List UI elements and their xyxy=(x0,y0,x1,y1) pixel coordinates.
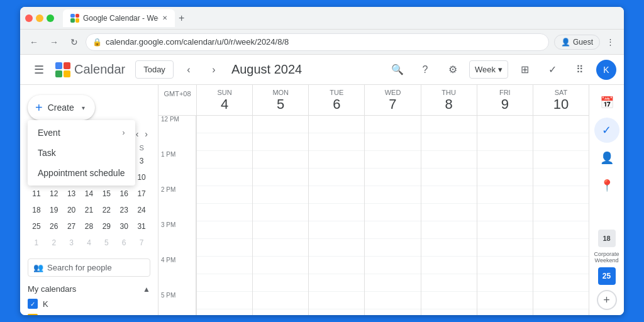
mini-cal-day[interactable]: 27 xyxy=(64,219,79,234)
mini-cal-day[interactable]: 3 xyxy=(64,235,79,250)
next-week-button[interactable]: › xyxy=(204,60,224,80)
time-slot-cell[interactable] xyxy=(309,151,364,169)
time-slot-cell[interactable] xyxy=(477,257,533,274)
time-slot-cell[interactable] xyxy=(421,116,477,133)
time-slot-cell[interactable] xyxy=(421,169,477,186)
avatar[interactable]: K xyxy=(596,60,616,80)
dropdown-item-event[interactable]: Event › xyxy=(28,123,135,143)
time-slot-cell[interactable] xyxy=(477,186,533,204)
time-slot-cell[interactable] xyxy=(365,221,420,239)
back-button[interactable]: ← xyxy=(25,33,43,51)
time-slot-cell[interactable] xyxy=(477,204,533,221)
mini-cal-next-button[interactable]: › xyxy=(142,128,150,140)
search-people[interactable]: 👥 Search for people xyxy=(28,258,150,277)
time-slot-cell[interactable] xyxy=(253,151,308,169)
browser-tab[interactable]: Google Calendar - Week of A... ✕ xyxy=(63,9,175,27)
time-slot-cell[interactable] xyxy=(253,204,308,221)
grid-icon-button[interactable]: ⊞ xyxy=(513,58,536,81)
time-slot-cell[interactable] xyxy=(365,274,420,292)
time-slot-cell[interactable] xyxy=(197,133,252,151)
time-slot-cell[interactable] xyxy=(477,151,533,169)
mini-cal-day[interactable]: 21 xyxy=(81,203,96,218)
time-slot-cell[interactable] xyxy=(533,169,589,186)
new-tab-button[interactable]: + xyxy=(175,11,188,25)
dropdown-item-task[interactable]: Task xyxy=(28,143,135,163)
time-slot-cell[interactable] xyxy=(421,239,477,257)
mini-cal-day[interactable]: 30 xyxy=(116,219,131,234)
time-slot-cell[interactable] xyxy=(477,116,533,133)
mini-cal-day[interactable]: 3 xyxy=(134,153,149,169)
time-slot-cell[interactable] xyxy=(421,151,477,169)
time-slot-cell[interactable] xyxy=(253,116,308,133)
mini-cal-day[interactable]: 25 xyxy=(29,219,44,234)
time-slot-cell[interactable] xyxy=(533,257,589,274)
mini-cal-day[interactable]: 1 xyxy=(29,235,44,250)
time-slot-cell[interactable] xyxy=(421,204,477,221)
reload-button[interactable]: ↻ xyxy=(65,33,83,51)
time-slot-cell[interactable] xyxy=(253,292,308,309)
settings-button[interactable]: ⚙ xyxy=(441,58,464,81)
time-slot-cell[interactable] xyxy=(197,151,252,169)
time-slot-cell[interactable] xyxy=(309,133,364,151)
right-check-icon[interactable]: ✓ xyxy=(594,118,619,143)
guest-button[interactable]: 👤 Guest xyxy=(554,35,600,50)
mini-cal-day[interactable]: 15 xyxy=(99,186,114,201)
time-slot-cell[interactable] xyxy=(477,274,533,292)
time-slot-cell[interactable] xyxy=(421,186,477,204)
mini-cal-day[interactable]: 24 xyxy=(134,203,149,218)
time-slot-cell[interactable] xyxy=(533,292,589,309)
time-slot-cell[interactable] xyxy=(309,204,364,221)
time-slot-cell[interactable] xyxy=(253,133,308,151)
time-slot-cell[interactable] xyxy=(533,116,589,133)
time-slot-cell[interactable] xyxy=(533,221,589,239)
mini-cal-day[interactable]: 10 xyxy=(134,170,149,185)
right-cal-icon[interactable]: 📅 xyxy=(594,90,619,115)
mini-cal-day[interactable]: 19 xyxy=(47,203,62,218)
mini-cal-day[interactable]: 18 xyxy=(29,203,44,218)
time-slot-cell[interactable] xyxy=(309,292,364,309)
mini-cal-day[interactable]: 6 xyxy=(116,235,131,250)
mini-cal-day[interactable]: 5 xyxy=(99,235,114,250)
mini-cal-day[interactable]: 22 xyxy=(99,203,114,218)
mini-cal-day[interactable]: 28 xyxy=(81,219,96,234)
time-slot-cell[interactable] xyxy=(477,292,533,309)
time-slot-cell[interactable] xyxy=(533,133,589,151)
view-selector[interactable]: Week ▾ xyxy=(469,60,508,79)
time-slot-cell[interactable] xyxy=(253,221,308,239)
right-location-icon[interactable]: 📍 xyxy=(594,173,619,198)
create-button[interactable]: + Create ▾ xyxy=(28,95,95,120)
cal-item-family[interactable]: ✓ Family xyxy=(20,311,158,315)
time-slot-cell[interactable] xyxy=(421,133,477,151)
mini-cal-day[interactable]: 26 xyxy=(47,219,62,234)
minimize-button[interactable] xyxy=(36,14,43,22)
time-slot-cell[interactable] xyxy=(309,116,364,133)
time-slot-cell[interactable] xyxy=(365,116,420,133)
time-slot-cell[interactable] xyxy=(365,133,420,151)
time-slot-cell[interactable] xyxy=(477,133,533,151)
time-slot-cell[interactable] xyxy=(365,169,420,186)
mini-cal-day[interactable]: 11 xyxy=(29,186,44,201)
mini-cal-day[interactable]: 7 xyxy=(134,235,149,250)
time-slot-cell[interactable] xyxy=(309,221,364,239)
time-slot-cell[interactable] xyxy=(309,169,364,186)
time-slot-cell[interactable] xyxy=(365,186,420,204)
close-button[interactable] xyxy=(25,14,33,22)
prev-week-button[interactable]: ‹ xyxy=(179,60,199,80)
time-slot-cell[interactable] xyxy=(197,257,252,274)
time-slot-cell[interactable] xyxy=(477,309,533,315)
time-slot-cell[interactable] xyxy=(365,204,420,221)
time-slot-cell[interactable] xyxy=(421,309,477,315)
time-slot-cell[interactable] xyxy=(309,274,364,292)
mini-cal-day[interactable]: 12 xyxy=(47,186,62,201)
time-slot-cell[interactable] xyxy=(197,169,252,186)
time-slot-cell[interactable] xyxy=(309,239,364,257)
right-person-icon[interactable]: 👤 xyxy=(594,145,619,170)
time-slot-cell[interactable] xyxy=(197,204,252,221)
mini-cal-day[interactable]: 4 xyxy=(81,235,96,250)
time-slot-cell[interactable] xyxy=(197,239,252,257)
hamburger-button[interactable]: ☰ xyxy=(28,58,50,81)
time-slot-cell[interactable] xyxy=(197,309,252,315)
my-calendars-header[interactable]: My calendars ▲ xyxy=(20,282,158,296)
maximize-button[interactable] xyxy=(47,14,54,22)
time-slot-cell[interactable] xyxy=(477,169,533,186)
